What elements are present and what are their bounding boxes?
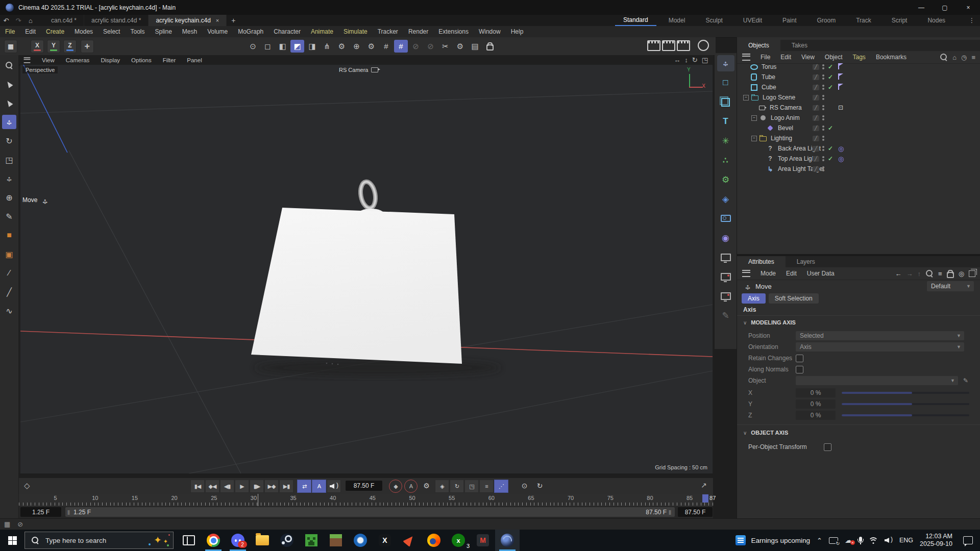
edit-enable-icon[interactable] — [813, 85, 819, 90]
menu-character[interactable]: Character — [268, 28, 306, 35]
up-icon[interactable]: ↑ — [918, 270, 921, 278]
objects-menu-icon[interactable] — [742, 54, 750, 61]
edit-enable-icon[interactable] — [813, 95, 819, 101]
x-slider[interactable] — [842, 392, 969, 394]
menu-mesh[interactable]: Mesh — [177, 28, 202, 35]
layout-tab-standard[interactable]: Standard — [615, 15, 656, 26]
news-widget[interactable]: Earnings upcoming — [736, 535, 810, 545]
zoom-tool[interactable] — [2, 58, 16, 72]
z-slider[interactable] — [842, 414, 969, 416]
layer-stack-icon[interactable]: ▤ — [468, 40, 482, 53]
next-frame-button[interactable]: ▮▶ — [250, 480, 264, 493]
home-icon[interactable]: ⌂ — [952, 54, 957, 61]
viewport-canvas[interactable]: Perspective RS Camera Y X Move Grid Spac… — [20, 65, 713, 473]
axis-tool-icon[interactable]: ✛ — [81, 40, 94, 53]
minecraft-creeper-taskbar-button[interactable] — [299, 530, 324, 551]
object-row-rs-camera[interactable]: RS Camera⊡ — [737, 103, 980, 113]
quantize-grid-icon[interactable]: # — [394, 40, 408, 53]
object-axis-section[interactable]: ∨OBJECT AXIS — [743, 430, 788, 436]
snap-grid-icon[interactable]: # — [379, 40, 393, 53]
visibility-dots[interactable] — [822, 146, 824, 151]
layout-tab-uvedit[interactable]: UVEdit — [735, 15, 770, 26]
edit-enable-icon[interactable] — [813, 126, 819, 131]
position-dropdown[interactable]: Selected▼ — [796, 331, 964, 340]
character-settings-icon[interactable]: ⚙ — [335, 40, 349, 53]
sound-button[interactable] — [327, 480, 341, 493]
steam-taskbar-button[interactable] — [275, 530, 299, 551]
key-pla-button[interactable]: ⋰ — [494, 480, 508, 493]
move-tool[interactable] — [2, 115, 16, 129]
menu-modes[interactable]: Modes — [69, 28, 98, 35]
record-keyframe-button[interactable]: ◆ — [389, 480, 402, 493]
viewport-menu-view[interactable]: View — [36, 57, 60, 63]
expander-icon[interactable]: − — [751, 136, 757, 141]
tab-close-icon[interactable]: × — [216, 17, 219, 23]
rig-settings-icon[interactable]: ⚙ — [364, 40, 378, 53]
orientation-dropdown[interactable]: Axis▼ — [796, 342, 964, 352]
coordinates-tool[interactable] — [717, 55, 734, 71]
document-tab-can-c4d-[interactable]: can.c4d * — [44, 15, 84, 26]
forward-icon[interactable]: → — [906, 270, 913, 278]
workplane-icon[interactable]: ▦ — [4, 40, 17, 53]
goto-start-button[interactable]: ▮◀ — [190, 480, 205, 493]
orbit-view-icon[interactable]: ↻ — [692, 56, 698, 64]
along-normals-checkbox[interactable] — [796, 366, 803, 373]
display-tool[interactable] — [717, 249, 734, 265]
light-tag-icon[interactable]: ◎ — [838, 155, 844, 163]
view-label[interactable]: Perspective — [22, 66, 58, 73]
gouraud-shading-icon[interactable]: ◩ — [290, 40, 304, 53]
objects-menu-view[interactable]: View — [796, 54, 820, 61]
lock-icon[interactable] — [947, 272, 954, 278]
modeling-axis-section[interactable]: ∨MODELING AXIS — [743, 319, 796, 325]
keying-settings-button[interactable]: ⚙ — [420, 480, 433, 492]
visibility-dots[interactable] — [822, 64, 824, 69]
menu-select[interactable]: Select — [98, 28, 125, 35]
menu-render[interactable]: Render — [403, 28, 433, 35]
object-row-logo-anim[interactable]: −Logo Anim — [737, 113, 980, 123]
viewport-menu-options[interactable]: Options — [126, 57, 157, 63]
range-end-grip[interactable]: ||| — [669, 510, 673, 515]
document-tab-acrylic-stand-c4d-[interactable]: acrylic stand.c4d * — [84, 15, 149, 26]
tab-attributes[interactable]: Attributes — [737, 256, 786, 267]
key-rotation-button[interactable]: ↻ — [450, 480, 464, 493]
layout-tab-script[interactable]: Script — [884, 15, 916, 26]
display-filter-icon[interactable]: ◨ — [305, 40, 319, 53]
visibility-dots[interactable] — [822, 136, 824, 141]
phong-tag-icon[interactable] — [838, 84, 844, 91]
color-swatch[interactable]: ■ — [2, 228, 16, 242]
redo-icon[interactable]: ↷ — [12, 15, 24, 26]
visibility-dots[interactable] — [822, 74, 824, 80]
axis-modify-tool[interactable]: ⊕ — [2, 190, 16, 205]
camera-chip-icon[interactable] — [371, 67, 378, 72]
disabled-snap-a-icon[interactable]: ⊘ — [409, 40, 423, 53]
new-tab-button[interactable]: + — [227, 15, 240, 26]
task-view-taskbar-button[interactable] — [177, 530, 201, 551]
layout-tab-model[interactable]: Model — [660, 15, 694, 26]
edit-enable-icon[interactable] — [813, 166, 819, 172]
range-end-field[interactable]: 87.50 F — [678, 507, 713, 517]
objects-menu-object[interactable]: Object — [820, 54, 848, 61]
range-start-grip[interactable]: ||| — [67, 510, 71, 515]
range-bar[interactable]: ||| 1.25 F 87.50 F ||| — [65, 507, 675, 517]
edit-enable-icon[interactable] — [813, 156, 819, 162]
menu-window[interactable]: Window — [474, 28, 506, 35]
renderer-menu-button[interactable] — [698, 40, 709, 51]
menu-tracker[interactable]: Tracker — [373, 28, 403, 35]
minecraft-block-taskbar-button[interactable] — [324, 530, 348, 551]
menu-mograph[interactable]: MoGraph — [233, 28, 268, 35]
visibility-dots[interactable] — [822, 166, 824, 171]
notification-center-icon[interactable] — [963, 536, 973, 544]
camera-label[interactable]: RS Camera — [336, 66, 381, 73]
chrome-taskbar-button[interactable] — [201, 530, 226, 551]
phong-tag-icon[interactable] — [838, 63, 844, 71]
render-monitor-tool[interactable] — [717, 268, 734, 285]
tab-takes[interactable]: Takes — [780, 40, 819, 51]
cloner-tool[interactable]: ∴ — [717, 152, 734, 168]
brush-tool[interactable]: ∕ — [2, 266, 16, 280]
y-slider[interactable] — [842, 403, 969, 405]
menu-edit[interactable]: Edit — [20, 28, 41, 35]
maximize-button[interactable]: ▢ — [933, 0, 957, 15]
cube-primitive-tool[interactable] — [717, 94, 734, 110]
edit-enable-icon[interactable] — [813, 64, 819, 70]
wifi-icon[interactable] — [869, 537, 878, 544]
